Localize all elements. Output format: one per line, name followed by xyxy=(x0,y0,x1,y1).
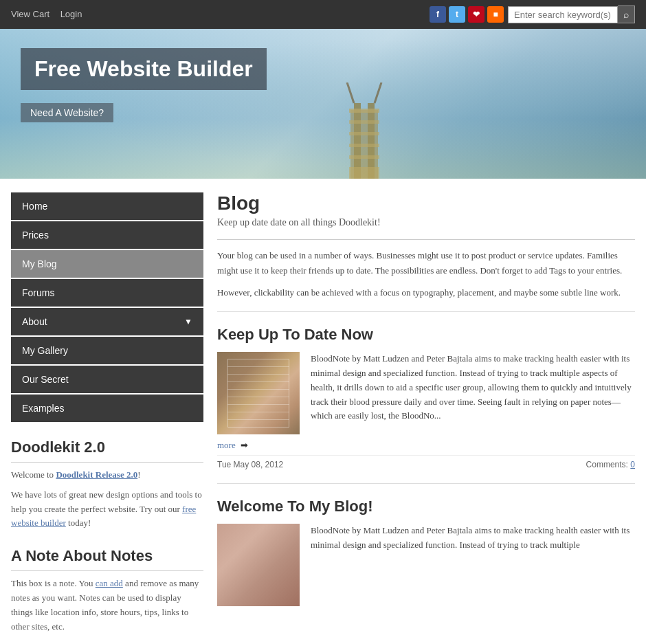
svg-rect-7 xyxy=(349,155,379,159)
post-2-text: BloodNote by Matt Ludzen and Peter Bajta… xyxy=(311,524,635,606)
sidebar-notes-title: A Note About Notes xyxy=(11,547,203,571)
intro-text-2: However, clickability can be achieved wi… xyxy=(217,285,635,300)
notebook-thumbnail xyxy=(217,352,300,434)
section-divider-1 xyxy=(217,311,635,312)
rss-icon[interactable]: ■ xyxy=(487,6,504,23)
hero-title: Free Website Builder xyxy=(34,56,253,82)
nav-item-about[interactable]: About ▼ xyxy=(11,308,203,335)
nav-item-examples[interactable]: Examples xyxy=(11,395,203,422)
nav-label-secret: Our Secret xyxy=(22,374,69,385)
top-bar-right: f t ❤ ■ ⌕ xyxy=(430,5,635,23)
nav-label-gallery: My Gallery xyxy=(22,345,68,356)
search-input[interactable] xyxy=(508,6,618,23)
post-1-content: BloodNote by Matt Ludzen and Peter Bajta… xyxy=(217,352,635,434)
sidebar: Home Prices My Blog Forums About ▼ My Ga… xyxy=(11,192,203,644)
svg-rect-4 xyxy=(349,120,379,124)
nav-item-forums[interactable]: Forums xyxy=(11,279,203,307)
sidebar-doodlekit-intro: Welcome to Doodlekit Release 2.0! xyxy=(11,468,203,482)
social-icons: f t ❤ ■ xyxy=(430,6,504,23)
nav-label-about: About xyxy=(22,316,47,327)
nav-item-secret[interactable]: Our Secret xyxy=(11,366,203,393)
can-add-link[interactable]: can add xyxy=(96,578,123,588)
login-link[interactable]: Login xyxy=(60,9,82,19)
nav-label-forums: Forums xyxy=(22,287,54,298)
top-bar-links: View Cart Login xyxy=(11,9,90,20)
content-area: Blog Keep up date date on all things Doo… xyxy=(217,192,635,644)
post-1-more-link[interactable]: more xyxy=(217,440,236,450)
intro-text-1: Your blog can be used in a number of way… xyxy=(217,248,635,278)
top-bar: View Cart Login f t ❤ ■ ⌕ xyxy=(0,0,646,29)
view-cart-link[interactable]: View Cart xyxy=(11,9,49,19)
svg-rect-3 xyxy=(349,109,379,113)
hero-banner: Free Website Builder Need A Website? xyxy=(0,29,646,179)
blog-title: Blog xyxy=(217,192,635,214)
person-thumbnail xyxy=(217,524,300,606)
blog-subtitle: Keep up date date on all things Doodleki… xyxy=(217,217,635,228)
sidebar-doodlekit: Doodlekit 2.0 Welcome to Doodlekit Relea… xyxy=(11,438,203,531)
nav-menu: Home Prices My Blog Forums About ▼ My Ga… xyxy=(11,192,203,422)
nav-item-myblog[interactable]: My Blog xyxy=(11,250,203,278)
main-layout: Home Prices My Blog Forums About ▼ My Ga… xyxy=(0,179,646,644)
post-1-text: BloodNote by Matt Ludzen and Peter Bajta… xyxy=(311,352,635,434)
blog-post-1: BloodNote by Matt Ludzen and Peter Bajta… xyxy=(217,352,635,469)
nav-label-home: Home xyxy=(22,201,47,212)
svg-rect-6 xyxy=(349,144,379,147)
post-2-thumbnail xyxy=(217,524,300,606)
doodlekit-release-link[interactable]: Doodlekit Release 2.0 xyxy=(56,469,137,480)
svg-rect-8 xyxy=(349,167,379,179)
hero-subtitle: Need A Website? xyxy=(21,103,113,122)
nav-label-prices: Prices xyxy=(22,230,49,241)
welcome-blog-heading: Welcome To My Blog! xyxy=(217,498,635,515)
facebook-icon[interactable]: f xyxy=(430,6,446,23)
keep-up-to-date-heading: Keep Up To Date Now xyxy=(217,326,635,344)
hero-dock-svg xyxy=(296,82,433,179)
post-2-content: BloodNote by Matt Ludzen and Peter Bajta… xyxy=(217,524,635,606)
nav-item-home[interactable]: Home xyxy=(11,192,203,220)
hero-title-box: Free Website Builder xyxy=(21,48,267,90)
nav-item-prices[interactable]: Prices xyxy=(11,221,203,249)
search-button[interactable]: ⌕ xyxy=(618,5,635,23)
nav-label-myblog: My Blog xyxy=(22,258,57,269)
post-1-date: Tue May 08, 2012 xyxy=(217,460,283,469)
blog-post-2: BloodNote by Matt Ludzen and Peter Bajta… xyxy=(217,524,635,606)
svg-line-9 xyxy=(347,82,354,103)
svg-rect-5 xyxy=(349,132,379,135)
svg-line-10 xyxy=(375,82,381,103)
sidebar-doodlekit-title: Doodlekit 2.0 xyxy=(11,438,203,463)
content-divider-1 xyxy=(217,239,635,240)
chevron-down-icon: ▼ xyxy=(184,317,192,326)
post-1-comments-link[interactable]: 0 xyxy=(630,460,635,469)
nav-label-examples: Examples xyxy=(22,403,64,414)
arrow-right-icon: ➡ xyxy=(241,440,248,450)
nav-item-gallery[interactable]: My Gallery xyxy=(11,337,203,364)
pinterest-icon[interactable]: ❤ xyxy=(468,6,485,23)
twitter-icon[interactable]: t xyxy=(449,6,465,23)
post-1-meta: Tue May 08, 2012 Comments: 0 xyxy=(217,455,635,469)
section-divider-2 xyxy=(217,483,635,484)
sidebar-doodlekit-body: We have lots of great new design options… xyxy=(11,488,203,531)
post-1-comments: Comments: 0 xyxy=(586,460,635,469)
sidebar-notes-body: This box is a note. You can add and remo… xyxy=(11,577,203,634)
sidebar-notes: A Note About Notes This box is a note. Y… xyxy=(11,547,203,634)
search-bar: ⌕ xyxy=(508,5,635,23)
post-1-thumbnail xyxy=(217,352,300,434)
post-1-more: more ➡ xyxy=(217,440,635,451)
